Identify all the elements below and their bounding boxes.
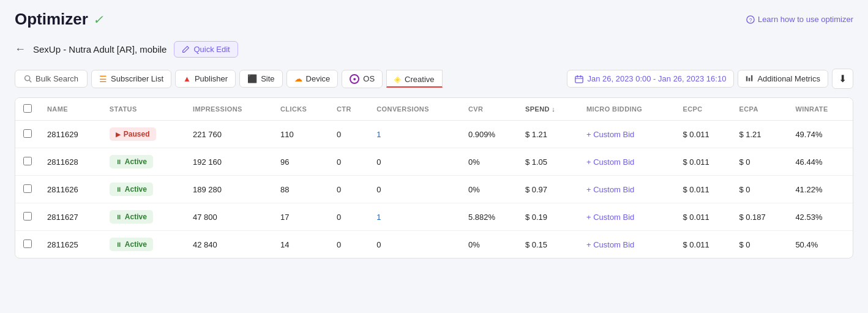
- campaign-name: SexUp - Nutra Adult [AR], mobile: [33, 44, 166, 55]
- row-0-winrate: 49.74%: [788, 121, 853, 148]
- row-0-clicks: 110: [273, 121, 329, 148]
- table-row: 2811626⏸ Active189 28088000%$ 0.97+ Cust…: [15, 176, 853, 203]
- header-impressions: IMPRESSIONS: [185, 98, 273, 121]
- row-3-ecpa: $ 0.187: [731, 203, 788, 231]
- filter-os[interactable]: ● OS: [342, 70, 383, 88]
- header-winrate: WINRATE: [788, 98, 853, 121]
- table-row: 2811629▶ Paused221 760110010.909%$ 1.21+…: [15, 121, 853, 148]
- row-3-checkbox[interactable]: [23, 212, 32, 221]
- pause-icon: ⏸: [116, 159, 122, 165]
- row-3-impressions: 47 800: [185, 203, 273, 231]
- row-0-ecpc: $ 0.011: [675, 121, 731, 148]
- header-checkbox-col: [15, 98, 40, 121]
- additional-metrics-label: Additional Metrics: [757, 74, 820, 83]
- row-2-clicks: 88: [273, 176, 329, 203]
- row-2-spend: $ 0.97: [518, 176, 579, 203]
- row-1-conversions: 0: [369, 148, 461, 176]
- title-text: Optimizer: [15, 10, 88, 29]
- row-4-status[interactable]: ⏸ Active: [102, 231, 185, 258]
- row-3-micro-bidding[interactable]: + Custom Bid: [579, 203, 676, 231]
- row-0-name: 2811629: [40, 121, 102, 148]
- row-1-ctr: 0: [329, 148, 369, 176]
- row-4-micro-bidding[interactable]: + Custom Bid: [579, 231, 676, 258]
- page-title: Optimizer ✓: [15, 10, 103, 29]
- row-4-checkbox-cell: [15, 231, 40, 258]
- row-3-winrate: 42.53%: [788, 203, 853, 231]
- quick-edit-label: Quick Edit: [193, 45, 230, 54]
- svg-rect-10: [751, 75, 752, 81]
- row-2-status[interactable]: ⏸ Active: [102, 176, 185, 203]
- date-range-button[interactable]: Jan 26, 2023 0:00 - Jan 26, 2023 16:10: [567, 70, 734, 88]
- play-icon: ▶: [116, 131, 121, 138]
- data-table: NAME STATUS IMPRESSIONS CLICKS CTR CONVE…: [15, 97, 853, 258]
- row-0-micro-bidding[interactable]: + Custom Bid: [579, 121, 676, 148]
- row-1-micro-bidding[interactable]: + Custom Bid: [579, 148, 676, 176]
- campaign-bar: ← SexUp - Nutra Adult [AR], mobile Quick…: [15, 41, 853, 58]
- table-row: 2811627⏸ Active47 80017015.882%$ 0.19+ C…: [15, 203, 853, 231]
- back-button[interactable]: ←: [15, 43, 26, 56]
- row-3-clicks: 17: [273, 203, 329, 231]
- svg-rect-8: [746, 76, 747, 81]
- row-2-checkbox[interactable]: [23, 184, 32, 193]
- row-4-custom-bid-button[interactable]: + Custom Bid: [586, 240, 634, 249]
- filter-device[interactable]: ☁ Device: [286, 70, 339, 88]
- header-ecpc: eCPC: [675, 98, 731, 121]
- subscriber-list-label: Subscriber List: [111, 74, 163, 83]
- additional-metrics-button[interactable]: Additional Metrics: [738, 70, 828, 88]
- row-1-impressions: 192 160: [185, 148, 273, 176]
- row-0-custom-bid-button[interactable]: + Custom Bid: [586, 130, 634, 139]
- row-1-custom-bid-button[interactable]: + Custom Bid: [586, 157, 634, 167]
- table-row: 2811628⏸ Active192 16096000%$ 1.05+ Cust…: [15, 148, 853, 176]
- row-0-status[interactable]: ▶ Paused: [102, 121, 185, 148]
- site-label: Site: [261, 74, 274, 83]
- row-3-name: 2811627: [40, 203, 102, 231]
- publisher-label: Publisher: [195, 74, 228, 83]
- row-2-cvr: 0%: [461, 176, 518, 203]
- row-3-ctr: 0: [329, 203, 369, 231]
- row-0-impressions: 221 760: [185, 121, 273, 148]
- row-4-ecpa: $ 0: [731, 231, 788, 258]
- row-0-cvr: 0.909%: [461, 121, 518, 148]
- header-status: STATUS: [102, 98, 185, 121]
- download-icon: ⬇: [839, 73, 847, 85]
- toolbar: Bulk Search ☰ Subscriber List ▲ Publishe…: [15, 69, 853, 89]
- row-3-custom-bid-button[interactable]: + Custom Bid: [586, 213, 634, 222]
- calendar-icon: [575, 75, 583, 83]
- header-name: NAME: [40, 98, 102, 121]
- edit-icon: [182, 45, 190, 53]
- row-4-conversions: 0: [369, 231, 461, 258]
- row-1-clicks: 96: [273, 148, 329, 176]
- row-2-micro-bidding[interactable]: + Custom Bid: [579, 176, 676, 203]
- filter-creative[interactable]: ◈ Creative: [386, 70, 442, 88]
- row-2-ecpa: $ 0: [731, 176, 788, 203]
- row-1-checkbox-cell: [15, 148, 40, 176]
- row-0-checkbox[interactable]: [23, 129, 32, 138]
- quick-edit-button[interactable]: Quick Edit: [174, 41, 238, 58]
- filter-site[interactable]: ⬛ Site: [239, 70, 282, 88]
- row-4-checkbox[interactable]: [23, 239, 32, 248]
- row-2-custom-bid-button[interactable]: + Custom Bid: [586, 185, 634, 194]
- row-4-clicks: 14: [273, 231, 329, 258]
- pause-icon: ⏸: [116, 186, 122, 193]
- date-range-label: Jan 26, 2023 0:00 - Jan 26, 2023 16:10: [587, 74, 726, 83]
- svg-point-2: [25, 76, 30, 81]
- row-0-conversions: 1: [369, 121, 461, 148]
- table-header-row: NAME STATUS IMPRESSIONS CLICKS CTR CONVE…: [15, 98, 853, 121]
- row-1-status[interactable]: ⏸ Active: [102, 148, 185, 176]
- row-2-ecpc: $ 0.011: [675, 176, 731, 203]
- bulk-search-button[interactable]: Bulk Search: [15, 70, 88, 88]
- os-icon: ●: [350, 74, 359, 84]
- learn-link[interactable]: ? Learn how to use optimizer: [746, 15, 853, 24]
- download-button[interactable]: ⬇: [832, 69, 853, 89]
- select-all-checkbox[interactable]: [23, 104, 32, 113]
- row-1-cvr: 0%: [461, 148, 518, 176]
- row-1-ecpa: $ 0: [731, 148, 788, 176]
- row-4-impressions: 42 840: [185, 231, 273, 258]
- filter-publisher[interactable]: ▲ Publisher: [175, 70, 236, 88]
- header-spend[interactable]: SPEND ↓: [518, 98, 579, 121]
- header-ecpa: eCPA: [731, 98, 788, 121]
- row-3-status[interactable]: ⏸ Active: [102, 203, 185, 231]
- row-1-checkbox[interactable]: [23, 157, 32, 165]
- os-label: OS: [363, 74, 375, 83]
- filter-subscriber-list[interactable]: ☰ Subscriber List: [91, 70, 171, 88]
